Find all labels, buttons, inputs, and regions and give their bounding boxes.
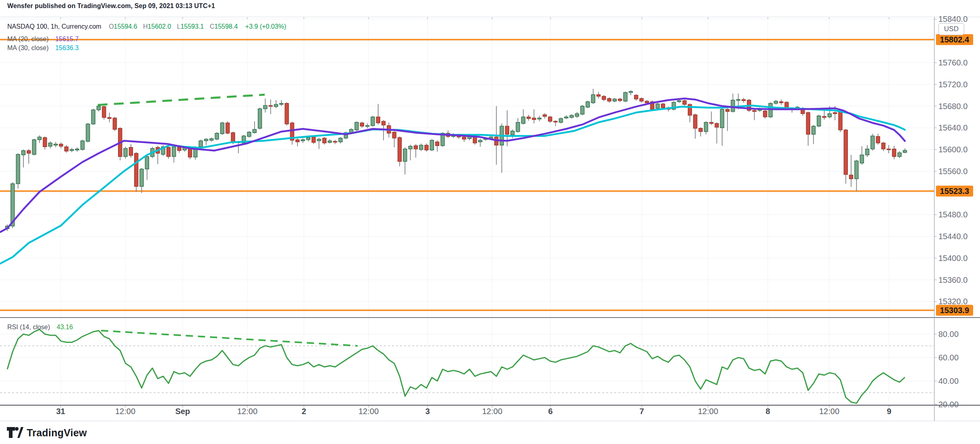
currency-toggle-button[interactable]: USD bbox=[938, 23, 964, 35]
rsi-axis-label: 80.00 bbox=[938, 330, 959, 339]
candle-body bbox=[806, 113, 810, 135]
candle-body bbox=[280, 103, 283, 105]
candle-body bbox=[355, 122, 358, 130]
time-label: 2 bbox=[301, 407, 306, 416]
candle-body bbox=[624, 93, 627, 101]
candle-body bbox=[231, 133, 235, 142]
candle-body bbox=[269, 105, 272, 106]
time-label: 12:00 bbox=[698, 407, 718, 416]
tradingview-screenshot: 3112:00Sep12:00212:00312:006712:00812:00… bbox=[0, 0, 980, 444]
candle-body bbox=[844, 130, 847, 175]
candle-body bbox=[505, 126, 509, 134]
candle-body bbox=[769, 103, 772, 117]
ma30-legend[interactable]: MA (30, close) 15636.3 bbox=[7, 44, 79, 52]
candle-body bbox=[752, 110, 756, 112]
tradingview-logo-icon bbox=[6, 426, 23, 440]
candle-body bbox=[204, 139, 208, 141]
price-axis-label: 15680.0 bbox=[938, 102, 967, 111]
candle-body bbox=[263, 105, 267, 109]
candle-body bbox=[618, 99, 622, 101]
candle-body bbox=[855, 161, 858, 179]
price-axis-label: 15720.0 bbox=[938, 80, 967, 89]
candle-body bbox=[86, 124, 90, 141]
low-value: 15593.1 bbox=[181, 23, 204, 30]
candle-body bbox=[903, 150, 907, 152]
rsi-line bbox=[7, 329, 905, 403]
candle-body bbox=[892, 149, 896, 157]
candle-body bbox=[822, 116, 826, 118]
ma20-value: 15615.7 bbox=[55, 36, 79, 42]
candle-body bbox=[763, 111, 767, 117]
candle-body bbox=[629, 91, 632, 93]
time-label: 9 bbox=[887, 407, 891, 416]
open-key: O bbox=[109, 23, 114, 30]
time-label: 7 bbox=[639, 407, 644, 416]
candle-body bbox=[817, 116, 821, 126]
rsi-label: RSI (14, close) bbox=[7, 324, 50, 330]
price-axis-label: 15600.0 bbox=[938, 145, 967, 154]
candle-body bbox=[677, 101, 681, 102]
candle-body bbox=[145, 157, 149, 169]
candle-body bbox=[419, 145, 423, 149]
open-value: 15594.6 bbox=[114, 23, 137, 30]
candle-body bbox=[527, 117, 531, 118]
candle-body bbox=[140, 169, 143, 186]
tradingview-logo[interactable]: TradingView bbox=[6, 426, 87, 440]
rsi-legend[interactable]: RSI (14, close) 43.16 bbox=[7, 324, 73, 331]
time-label: 12:00 bbox=[115, 407, 135, 416]
candle-body bbox=[532, 118, 536, 120]
candle-body bbox=[328, 141, 332, 143]
candle-body bbox=[661, 104, 665, 107]
price-chart-svg[interactable]: 3112:00Sep12:00212:00312:006712:00812:00… bbox=[0, 0, 980, 444]
candle-body bbox=[839, 111, 842, 130]
candle-body bbox=[881, 143, 885, 149]
candle-body bbox=[135, 153, 138, 186]
candle-body bbox=[322, 138, 326, 143]
candle-body bbox=[43, 137, 47, 147]
candle-body bbox=[333, 141, 337, 142]
symbol-name: NASDAQ 100, 1h, Currency.com bbox=[7, 23, 101, 30]
candle-body bbox=[27, 151, 31, 154]
candle-body bbox=[683, 101, 686, 104]
ma30-label: MA (30, close) bbox=[7, 44, 48, 51]
candle-body bbox=[199, 141, 202, 147]
symbol-legend[interactable]: NASDAQ 100, 1h, Currency.com O15594.6 H1… bbox=[7, 23, 286, 30]
price-axis-label: 15480.0 bbox=[938, 210, 967, 219]
candle-body bbox=[866, 149, 869, 155]
candle-body bbox=[306, 137, 310, 139]
candle-body bbox=[312, 137, 316, 142]
time-label: 12:00 bbox=[482, 407, 502, 416]
candle-body bbox=[382, 121, 386, 125]
time-label: 3 bbox=[425, 407, 430, 416]
close-key: C bbox=[210, 23, 215, 30]
candle-body bbox=[693, 115, 697, 128]
candle-body bbox=[634, 95, 638, 99]
low-key: L bbox=[177, 23, 181, 30]
candle-body bbox=[91, 110, 95, 124]
candle-body bbox=[48, 143, 52, 146]
candle-body bbox=[21, 151, 25, 155]
candle-body bbox=[65, 147, 68, 151]
candle-body bbox=[656, 104, 660, 108]
price-level-pill-label: 15303.9 bbox=[940, 306, 969, 315]
candle-body bbox=[575, 114, 579, 116]
price-level-pill-label: 15802.4 bbox=[940, 35, 969, 44]
candle-body bbox=[129, 147, 133, 156]
candle-body bbox=[462, 137, 466, 139]
candle-body bbox=[559, 118, 563, 122]
candle-body bbox=[726, 109, 729, 112]
candle-body bbox=[704, 122, 708, 132]
price-axis-label: 15760.0 bbox=[938, 58, 967, 67]
candle-body bbox=[436, 142, 439, 145]
candle-body bbox=[430, 140, 434, 150]
candle-body bbox=[339, 138, 342, 142]
ma20-legend[interactable]: MA (20, close) 15615.7 bbox=[7, 36, 79, 43]
candle-body bbox=[645, 101, 649, 103]
candle-body bbox=[16, 154, 20, 184]
candle-body bbox=[597, 95, 601, 96]
candle-body bbox=[70, 149, 74, 151]
time-label: Sep bbox=[175, 407, 190, 416]
candle-body bbox=[591, 95, 595, 103]
candle-body bbox=[586, 102, 590, 107]
candle-body bbox=[774, 101, 778, 103]
